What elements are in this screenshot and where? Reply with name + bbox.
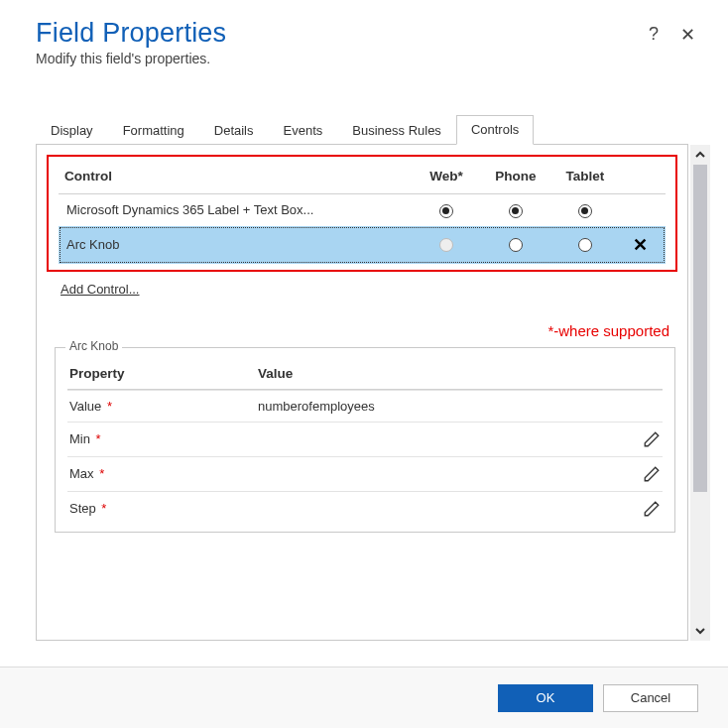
cancel-button[interactable]: Cancel [603,684,698,712]
prop-name: Max [69,466,94,481]
col-tablet: Tablet [550,169,620,183]
scroll-up-icon[interactable] [690,145,710,165]
prop-value: numberofemployees [258,399,621,414]
prop-row-value: Value * numberofemployees [67,390,663,422]
dialog-header: Field Properties Modify this field's pro… [0,0,728,84]
radio-web[interactable] [439,204,453,218]
ok-button[interactable]: OK [498,684,593,712]
col-control: Control [64,169,412,183]
prop-row-min: Min * [67,422,663,456]
tabstrip: Display Formatting Details Events Busine… [36,114,688,145]
required-mark: * [96,466,105,481]
prop-row-max: Max * [67,456,663,491]
pencil-icon[interactable] [643,465,661,483]
radio-phone[interactable] [509,204,523,218]
tab-formatting[interactable]: Formatting [108,116,199,145]
footnote-where-supported: *-where supported [37,322,669,339]
dialog-button-bar: OK Cancel [0,667,728,728]
control-name: Microsoft Dynamics 365 Label + Text Box.… [64,202,412,217]
scroll-down-icon[interactable] [690,621,710,641]
tab-details[interactable]: Details [199,116,269,145]
required-mark: * [98,501,107,516]
dialog-subtitle: Modify this field's properties. [36,51,643,66]
tab-business-rules[interactable]: Business Rules [337,116,456,145]
radio-phone[interactable] [509,238,523,252]
controls-row[interactable]: Microsoft Dynamics 365 Label + Text Box.… [59,194,666,226]
help-icon[interactable]: ? [643,24,665,46]
radio-tablet[interactable] [578,238,592,252]
tab-controls[interactable]: Controls [456,115,534,145]
vertical-scrollbar[interactable] [690,145,710,641]
pencil-icon[interactable] [643,500,661,518]
add-control-link[interactable]: Add Control... [61,282,140,297]
controls-table-header: Control Web* Phone Tablet [59,165,666,194]
col-phone: Phone [481,169,550,183]
props-header: Property Value [67,358,663,390]
controls-row-selected[interactable]: Arc Knob ✕ [59,226,666,264]
radio-tablet[interactable] [578,204,592,218]
col-value: Value [258,366,621,381]
close-icon[interactable]: ✕ [676,24,698,46]
tab-content-wrap: Control Web* Phone Tablet Microsoft Dyna… [36,145,710,641]
control-name: Arc Knob [64,237,412,252]
tab-events[interactable]: Events [269,116,338,145]
controls-tab-content: Control Web* Phone Tablet Microsoft Dyna… [36,145,688,641]
pencil-icon[interactable] [643,430,661,448]
scroll-thumb[interactable] [693,165,707,492]
required-mark: * [103,399,112,414]
tab-display[interactable]: Display [36,116,108,145]
prop-name: Min [69,431,90,446]
radio-web-disabled [439,238,453,252]
panel-legend: Arc Knob [65,339,122,353]
scroll-track[interactable] [693,165,707,621]
required-mark: * [92,431,101,446]
prop-name: Value [69,399,101,414]
prop-row-step: Step * [67,491,663,526]
dialog-title: Field Properties [36,18,643,49]
controls-table-highlight: Control Web* Phone Tablet Microsoft Dyna… [47,155,677,272]
prop-name: Step [69,501,96,516]
remove-control-icon[interactable]: ✕ [620,234,660,256]
col-web: Web* [412,169,481,183]
arc-knob-properties-panel: Arc Knob Property Value Value * numberof… [55,347,675,533]
col-property: Property [69,366,258,381]
field-properties-dialog: Field Properties Modify this field's pro… [0,0,728,728]
